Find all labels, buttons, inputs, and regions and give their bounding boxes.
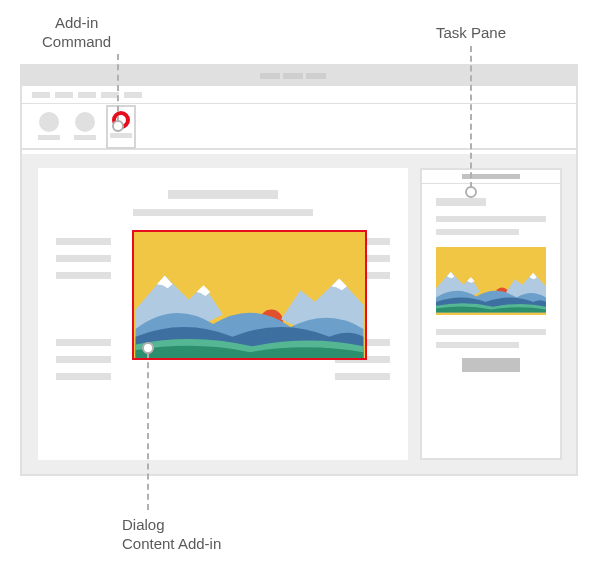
addin-command-label [110, 133, 132, 138]
task-pane-button[interactable] [462, 358, 520, 372]
task-pane-image [436, 247, 546, 315]
label-addin-command: Add-in Command [42, 14, 111, 52]
app-titlebar [22, 66, 576, 86]
task-pane-body [422, 184, 560, 458]
document-canvas [38, 168, 408, 460]
task-pane-line [436, 342, 519, 348]
label-task-pane: Task Pane [436, 24, 506, 43]
ribbon-button-label [74, 135, 96, 140]
task-pane-header [422, 170, 560, 184]
leader-pointer-addin-command [112, 120, 124, 132]
leader-pointer-content-addin [142, 342, 154, 354]
ribbon-button-icon [39, 112, 59, 132]
workspace [22, 154, 576, 474]
leader-line [147, 352, 149, 510]
window-controls[interactable] [260, 73, 326, 79]
task-pane-line [436, 329, 546, 335]
ribbon-button-1[interactable] [34, 109, 64, 145]
leader-line [117, 54, 119, 122]
doc-subtitle-placeholder [133, 209, 313, 216]
task-pane[interactable] [420, 168, 562, 460]
task-pane-line [436, 216, 546, 222]
mountain-illustration [134, 232, 365, 358]
task-pane-line [436, 229, 519, 235]
ribbon-button-2[interactable] [70, 109, 100, 145]
doc-title-placeholder [168, 190, 278, 199]
content-addin[interactable] [132, 230, 367, 360]
app-window [20, 64, 578, 476]
ribbon-button-label [38, 135, 60, 140]
label-dialog-content-addin: Dialog Content Add-in [122, 516, 221, 554]
leader-pointer-task-pane [465, 186, 477, 198]
ribbon [22, 104, 576, 150]
task-pane-heading-placeholder [436, 198, 486, 206]
ribbon-button-icon [75, 112, 95, 132]
leader-line [470, 46, 472, 188]
doc-text-row [56, 373, 390, 380]
quick-access-bar [22, 86, 576, 104]
mountain-illustration-small [436, 247, 546, 315]
